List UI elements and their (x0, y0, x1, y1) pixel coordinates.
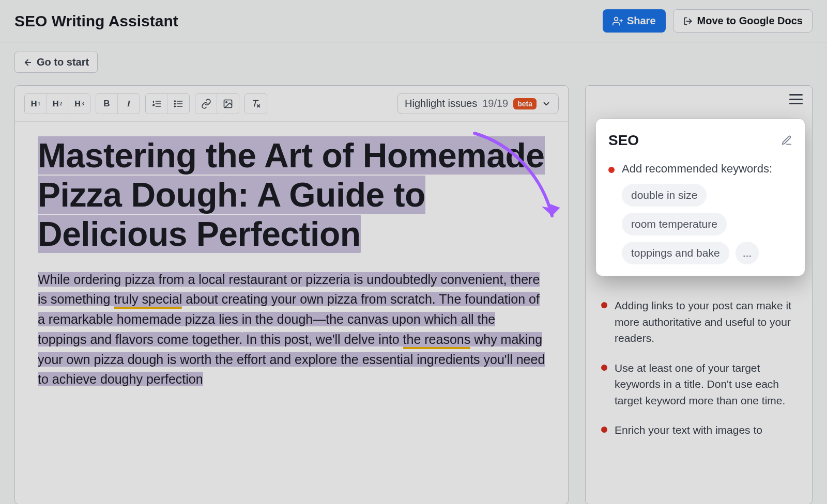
clear-group (244, 93, 267, 114)
ordered-list-button[interactable] (146, 94, 167, 114)
seo-card-title: SEO (608, 132, 639, 149)
recommend-label: Add recommended keywords: (622, 162, 772, 176)
severity-dot-icon (601, 427, 607, 433)
suggestion-text: Enrich your text with images to (615, 422, 762, 438)
chevron-down-icon (542, 99, 551, 108)
share-button[interactable]: Share (603, 9, 666, 33)
suggestion-text: Adding links to your post can make it mo… (615, 297, 798, 346)
share-label: Share (627, 15, 656, 27)
list-group (145, 93, 190, 114)
unordered-list-icon (173, 99, 183, 109)
go-to-start-button[interactable]: Go to start (14, 52, 98, 73)
clear-format-icon (250, 98, 262, 109)
move-to-docs-button[interactable]: Move to Google Docs (673, 9, 813, 33)
unordered-list-button[interactable] (167, 94, 189, 114)
svg-point-0 (615, 17, 618, 21)
clear-formatting-button[interactable] (245, 94, 267, 114)
seo-suggestions: Adding links to your post can make it mo… (586, 297, 812, 438)
edit-icon[interactable] (781, 135, 792, 146)
suggestion-item: Enrich your text with images to (601, 422, 798, 438)
bold-button[interactable]: B (96, 94, 118, 114)
svg-point-12 (174, 103, 175, 104)
document-paragraph[interactable]: While ordering pizza from a local restau… (38, 270, 545, 390)
highlight-issues-label: Highlight issues (405, 98, 477, 109)
keyword-chip-more[interactable]: ... (736, 242, 759, 264)
severity-dot-icon (601, 302, 607, 308)
svg-point-15 (226, 101, 227, 103)
heading-2-button[interactable]: H2 (47, 94, 68, 114)
link-icon (201, 99, 211, 109)
editor-pane: H1 H2 H3 B I (14, 85, 569, 504)
highlight-issues-dropdown[interactable]: Highlight issues 19/19 beta (397, 93, 559, 114)
suggestion-text: Use at least one of your target keywords… (615, 360, 798, 409)
severity-dot-icon (608, 167, 615, 173)
ordered-list-icon (151, 99, 162, 109)
keyword-chip[interactable]: room temperature (622, 213, 727, 235)
move-label: Move to Google Docs (697, 15, 803, 27)
style-group: B I (96, 93, 140, 114)
panel-menu-button[interactable] (789, 94, 803, 104)
suggestion-item: Adding links to your post can make it mo… (601, 297, 798, 346)
arrow-left-icon (23, 58, 33, 67)
image-icon (223, 99, 233, 109)
document-title[interactable]: Mastering the Art of Homemade Pizza Doug… (38, 136, 545, 254)
italic-button[interactable]: I (118, 94, 140, 114)
beta-badge: beta (513, 98, 537, 109)
keyword-chips: double in size room temperature toppings… (622, 184, 792, 264)
side-panel: SEO Add recommended keywords: double in … (585, 85, 813, 504)
heading-3-button[interactable]: H3 (68, 94, 90, 114)
seo-card: SEO Add recommended keywords: double in … (596, 119, 805, 276)
go-start-label: Go to start (37, 56, 89, 68)
severity-dot-icon (601, 365, 607, 371)
svg-point-11 (174, 101, 175, 102)
keyword-chip[interactable]: toppings and bake (622, 242, 729, 264)
editor-body[interactable]: Mastering the Art of Homemade Pizza Doug… (15, 122, 568, 404)
add-user-icon (612, 16, 623, 26)
export-icon (683, 16, 693, 26)
image-button[interactable] (217, 94, 239, 114)
editor-toolbar: H1 H2 H3 B I (15, 86, 568, 122)
link-button[interactable] (195, 94, 217, 114)
header-actions: Share Move to Google Docs (603, 9, 813, 33)
heading-1-button[interactable]: H1 (25, 94, 47, 114)
page-title: SEO Writing Assistant (14, 12, 178, 30)
highlight-issues-count: 19/19 (482, 98, 508, 109)
svg-point-13 (174, 106, 175, 107)
recommend-keywords-row: Add recommended keywords: (608, 162, 792, 176)
keyword-chip[interactable]: double in size (622, 184, 707, 207)
heading-group: H1 H2 H3 (24, 93, 90, 114)
svg-line-16 (254, 100, 256, 106)
suggestion-item: Use at least one of your target keywords… (601, 360, 798, 409)
insert-group (195, 93, 239, 114)
